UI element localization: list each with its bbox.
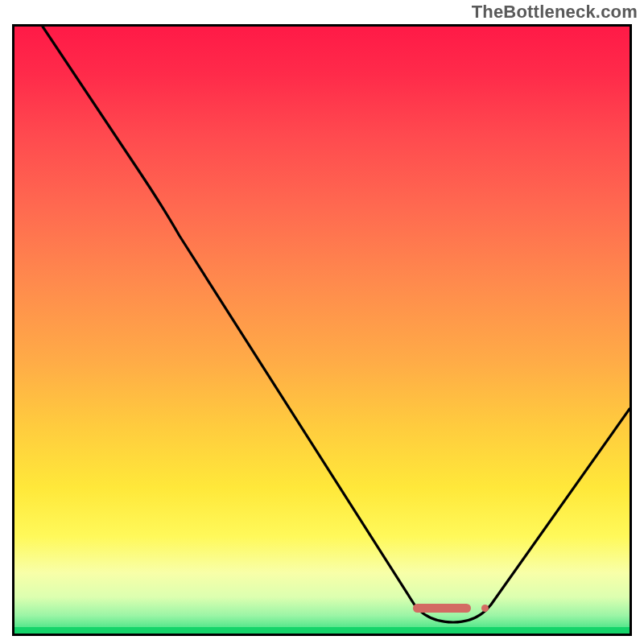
plot-frame <box>12 24 632 636</box>
watermark-text: TheBottleneck.com <box>472 2 638 23</box>
plot-area <box>14 27 630 634</box>
bottleneck-curve <box>14 27 630 634</box>
